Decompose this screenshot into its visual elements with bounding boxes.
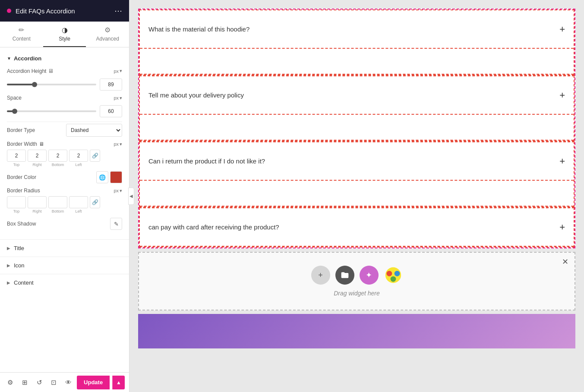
border-width-unit[interactable]: px ▾ <box>114 141 122 147</box>
space-label: Space <box>7 95 111 101</box>
border-radius-right-input[interactable] <box>28 196 47 208</box>
box-shadow-label: Box Shadow <box>7 221 110 227</box>
accordion-section-content: Accordion Height 🖥 px ▾ 89 Space <box>0 65 129 239</box>
accordion-question-4[interactable]: can pay with card after receiving the pr… <box>140 208 574 247</box>
drag-widget-area: ✕ + ✦ Drag widget here <box>138 252 575 310</box>
pink-dot-icon <box>7 9 11 13</box>
accordion-question-text-2: Tell me about your delivery policy <box>148 91 559 99</box>
accordion-item-3: Can i return the product if I do not lik… <box>139 141 575 207</box>
sparkle-icon-button[interactable]: ✦ <box>360 266 379 285</box>
bottom-bar: ⚙ ⊞ ↺ ⊡ 👁 Update ▲ <box>0 372 129 392</box>
border-width-bottom-input[interactable]: 2 <box>48 150 67 162</box>
panel-body: ▼ Accordion Accordion Height 🖥 px ▾ <box>0 47 129 372</box>
border-width-link-button[interactable]: 🔗 <box>90 150 100 162</box>
border-width-right-input[interactable]: 2 <box>28 150 47 162</box>
tab-advanced[interactable]: ⚙ Advanced <box>86 22 129 47</box>
border-radius-bottom-wrap: Bottom <box>48 196 67 213</box>
border-color-controls: 🌐 <box>96 171 122 183</box>
border-type-select[interactable]: None Solid Dashed Dotted Double Groove <box>66 124 122 137</box>
tab-content[interactable]: ✏ Content <box>0 22 43 47</box>
border-radius-bottom-label: Bottom <box>52 209 64 213</box>
space-unit[interactable]: px ▾ <box>114 95 122 101</box>
border-radius-link-button[interactable]: 🔗 <box>90 196 100 208</box>
border-width-right-label: Right <box>32 163 41 167</box>
accordion-item-1: What is the material of this hoodie? + <box>139 9 575 75</box>
accordion-height-row: Accordion Height 🖥 px ▾ <box>7 68 122 74</box>
border-width-inputs: 2 Top 2 Right 2 Bottom 2 Left <box>7 150 122 167</box>
accordion-question-2[interactable]: Tell me about your delivery policy + <box>140 76 574 115</box>
accordion-toggle-1[interactable]: + <box>559 24 565 35</box>
accordion-question-text-1: What is the material of this hoodie? <box>148 25 559 33</box>
icon-section-arrow: ▶ <box>7 263 10 268</box>
space-slider[interactable] <box>7 110 96 112</box>
accordion-section-header[interactable]: ▼ Accordion <box>0 52 129 65</box>
border-type-label: Border Type <box>7 127 66 133</box>
accordion-spacer-2 <box>140 115 574 141</box>
border-radius-left-wrap: Left <box>69 196 88 213</box>
border-width-monitor-icon: 🖥 <box>39 141 44 147</box>
palette-icon-button[interactable] <box>384 266 403 285</box>
update-button[interactable]: Update <box>77 376 110 389</box>
border-width-left-label: Left <box>75 163 82 167</box>
update-arrow-button[interactable]: ▲ <box>112 376 125 389</box>
border-radius-bottom-input[interactable] <box>48 196 67 208</box>
icon-section-label: Icon <box>14 262 25 269</box>
folder-icon-button[interactable] <box>335 266 354 285</box>
accordion-question-text-4: can pay with card after receiving the pr… <box>148 223 559 231</box>
border-color-swatch[interactable] <box>110 171 122 183</box>
border-width-top-input[interactable]: 2 <box>7 150 26 162</box>
svg-point-3 <box>390 276 396 282</box>
accordion-question-1[interactable]: What is the material of this hoodie? + <box>140 10 574 49</box>
accordion-height-input[interactable]: 89 <box>100 78 122 91</box>
tab-style[interactable]: ◑ Style <box>43 22 86 47</box>
content-section-header[interactable]: ▶ Content <box>0 274 129 291</box>
accordion-toggle-3[interactable]: + <box>559 156 565 167</box>
border-width-right-wrap: 2 Right <box>28 150 47 167</box>
border-radius-left-input[interactable] <box>69 196 88 208</box>
accordion-section-label: Accordion <box>14 55 41 62</box>
history-icon-button[interactable]: ↺ <box>33 376 45 389</box>
space-slider-row: 60 <box>7 105 122 117</box>
border-width-left-input[interactable]: 2 <box>69 150 88 162</box>
border-radius-left-label: Left <box>75 209 82 213</box>
accordion-question-3[interactable]: Can i return the product if I do not lik… <box>140 142 574 181</box>
border-width-top-label: Top <box>13 163 20 167</box>
layers-icon-button[interactable]: ⊞ <box>19 376 31 389</box>
border-radius-row: Border Radius px ▾ Top Right <box>7 188 122 213</box>
purple-footer-section <box>138 314 575 348</box>
svg-point-2 <box>394 271 400 276</box>
eye-icon-button[interactable]: 👁 <box>62 376 74 389</box>
box-shadow-row: Box Shadow ✎ <box>7 218 122 230</box>
panel-collapse-handle[interactable]: ◀ <box>128 188 134 205</box>
panel-header: Edit FAQs Accordion ⋯ <box>0 0 129 22</box>
accordion-toggle-4[interactable]: + <box>559 222 565 233</box>
drag-area-close-button[interactable]: ✕ <box>562 257 568 267</box>
responsive-icon-button[interactable]: ⊡ <box>48 376 60 389</box>
settings-icon-button[interactable]: ⚙ <box>4 376 16 389</box>
content-tab-label: Content <box>13 36 31 42</box>
accordion-height-slider[interactable] <box>7 84 96 85</box>
accordion-toggle-2[interactable]: + <box>559 90 565 101</box>
border-radius-label: Border Radius <box>7 188 114 194</box>
border-radius-unit[interactable]: px ▾ <box>114 188 122 194</box>
monitor-icon: 🖥 <box>48 68 54 74</box>
border-width-label: Border Width 🖥 <box>7 141 114 147</box>
add-widget-button[interactable]: + <box>311 266 330 285</box>
global-color-button[interactable]: 🌐 <box>96 171 108 183</box>
space-input[interactable]: 60 <box>100 105 122 117</box>
box-shadow-edit-button[interactable]: ✎ <box>110 218 122 230</box>
content-section-arrow: ▶ <box>7 280 10 285</box>
style-tab-label: Style <box>59 36 70 42</box>
border-radius-top-input[interactable] <box>7 196 26 208</box>
space-row: Space px ▾ <box>7 95 122 101</box>
grid-dots-icon[interactable]: ⋯ <box>114 6 122 16</box>
accordion-collapse-arrow: ▼ <box>7 56 11 61</box>
accordion-question-text-3: Can i return the product if I do not lik… <box>148 157 559 165</box>
title-section-arrow: ▶ <box>7 246 10 251</box>
drag-widget-label: Drag widget here <box>334 290 380 297</box>
title-section-header[interactable]: ▶ Title <box>0 240 129 257</box>
border-type-row: Border Type None Solid Dashed Dotted Dou… <box>7 124 122 137</box>
icon-section-header[interactable]: ▶ Icon <box>0 257 129 274</box>
accordion-height-unit[interactable]: px ▾ <box>114 68 122 74</box>
border-color-row: Border Color 🌐 <box>7 171 122 183</box>
